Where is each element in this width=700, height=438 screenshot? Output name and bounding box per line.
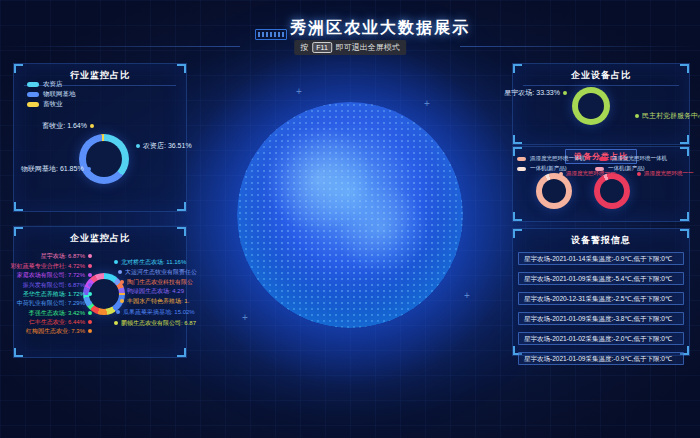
label-text: 鸭绿园生态农场: 4.29 bbox=[127, 288, 184, 294]
legend-swatch bbox=[599, 157, 608, 161]
label-text: 彩虹蔬菜专业合作社: 4.72% bbox=[11, 263, 85, 269]
alarm-row: 星宇农场-2021-01-09采集温度:-5.4℃,低于下限:0℃ bbox=[518, 272, 684, 285]
industry-donut-chart[interactable] bbox=[79, 134, 129, 184]
donut-hole bbox=[578, 93, 604, 119]
sparkle-decoration: + bbox=[296, 86, 302, 97]
legend-item[interactable]: 畜牧业 bbox=[27, 101, 63, 108]
chart-label: 红梅园生态农业: 7.3% bbox=[26, 328, 92, 334]
chart-label: 温湿度光照环境一一 bbox=[559, 171, 616, 177]
sparkle-decoration: + bbox=[464, 290, 470, 301]
donut-hole bbox=[542, 179, 566, 203]
label-text: 家庭农场有限公司: 7.72% bbox=[17, 272, 85, 278]
panel-enterprise-monitor: 企业监控占比 星宇农场: 6.87% 彩虹蔬菜专业合作社: 4.72% 家庭农场… bbox=[13, 226, 187, 358]
label-dot bbox=[116, 310, 120, 314]
legend-swatch bbox=[517, 157, 526, 161]
chart-label: 彩虹蔬菜专业合作社: 4.72% bbox=[11, 263, 92, 269]
legend-swatch bbox=[27, 82, 39, 87]
alarm-list: 星宇农场-2021-01-14采集温度:-0.9℃,低于下限:0℃ 星宇农场-2… bbox=[513, 252, 689, 372]
label-text: 星宇农场: 33.33% bbox=[504, 89, 560, 96]
label-text: 北对桥生态农场: 11.16% bbox=[121, 259, 186, 265]
legend-swatch bbox=[517, 167, 526, 171]
toast-suffix: 即可退出全屏模式 bbox=[336, 42, 400, 53]
label-dot bbox=[88, 292, 92, 296]
alarm-row: 星宇农场-2021-01-02采集温度:-2.0℃,低于下限:0℃ bbox=[518, 332, 684, 345]
sparkle-decoration: + bbox=[424, 98, 430, 109]
classification-donut-right[interactable] bbox=[594, 173, 630, 209]
panel-industry-monitor: 行业监控占比 农资店 物联网基地 畜牧业 畜牧业: 1.64% 农资店: 36.… bbox=[13, 63, 187, 212]
page-title: 秀洲区农业大数据展示 bbox=[290, 18, 470, 39]
panel-device-alarms: 设备警报信息 星宇农场-2021-01-14采集温度:-0.9℃,低于下限:0℃… bbox=[512, 228, 690, 356]
chart-label: 中荷乳业有限公司: 7.29% bbox=[17, 300, 92, 306]
label-text: 瓜果蔬菜采摘基地: 15.02% bbox=[123, 309, 195, 315]
label-text: 仁丰生态农业: 6.44% bbox=[29, 319, 85, 325]
panel-device-classification: 设备分类占比 温湿度光照环境一体机 一体机(新产品) 温湿度光照环境一体机 一体… bbox=[512, 146, 690, 222]
globe bbox=[237, 102, 463, 328]
chart-label: 大运河生态牧业有限责任公 bbox=[118, 269, 197, 275]
chart-label: 陶门生态农业科技有限公 bbox=[120, 279, 193, 285]
label-dot bbox=[88, 264, 92, 268]
alarm-row: 星宇农场-2021-01-14采集温度:-0.9℃,低于下限:0℃ bbox=[518, 252, 684, 265]
alarm-row: 星宇农场-2021-01-09采集温度:-0.9℃,低于下限:0℃ bbox=[518, 352, 684, 365]
panel-title: 行业监控占比 bbox=[14, 64, 186, 82]
equipment-donut-chart[interactable] bbox=[572, 87, 610, 125]
donut-hole bbox=[86, 141, 122, 177]
fullscreen-toast: 按 F11 即可退出全屏模式 bbox=[294, 40, 406, 55]
label-dot bbox=[120, 280, 124, 284]
brand-logo bbox=[255, 29, 287, 40]
chart-label: 鹏顿生态农业有限公司: 6.87 bbox=[114, 320, 196, 326]
legend-item[interactable]: 温湿度光照环境一体机 bbox=[517, 156, 585, 162]
chart-label: 仁丰生态农业: 6.44% bbox=[29, 319, 92, 325]
legend-label: 畜牧业 bbox=[43, 101, 63, 108]
label-dot bbox=[88, 273, 92, 277]
label-dot bbox=[563, 91, 567, 95]
legend-label: 农资店 bbox=[43, 81, 63, 88]
legend-item[interactable]: 农资店 bbox=[27, 81, 63, 88]
header-line-left bbox=[0, 46, 240, 47]
label-text: 红梅园生态农业: 7.3% bbox=[26, 328, 85, 334]
legend-label: 温湿度光照环境一体机 bbox=[530, 156, 585, 162]
label-dot bbox=[120, 289, 124, 293]
label-dot bbox=[88, 283, 92, 287]
label-text: 民主村党群服务中心: bbox=[642, 112, 700, 119]
brand-logo-glyphs bbox=[258, 32, 284, 37]
chart-label: 星宇农场: 6.87% bbox=[41, 253, 92, 259]
label-text: 中荷乳业有限公司: 7.29% bbox=[17, 300, 85, 306]
label-dot bbox=[120, 299, 124, 303]
label-dot bbox=[114, 321, 118, 325]
label-dot bbox=[87, 167, 91, 171]
legend-item[interactable]: 物联网基地 bbox=[27, 91, 76, 98]
label-text: 星宇农场: 6.87% bbox=[41, 253, 85, 259]
label-text: 农资店: 36.51% bbox=[143, 142, 192, 149]
legend-item[interactable]: 温湿度光照环境一体机 bbox=[599, 156, 667, 162]
label-dot bbox=[118, 270, 122, 274]
label-text: 丰园水产特色养殖场: 1. bbox=[127, 298, 189, 304]
label-dot bbox=[136, 144, 140, 148]
donut-hole bbox=[89, 279, 119, 309]
chart-label: 北对桥生态农场: 11.16% bbox=[114, 259, 186, 265]
donut-hole bbox=[600, 179, 624, 203]
label-dot bbox=[90, 124, 94, 128]
label-text: 畜牧业: 1.64% bbox=[42, 122, 87, 129]
label-dot bbox=[114, 260, 118, 264]
panel-equipment-ratio: 企业设备占比 星宇农场: 33.33% 民主村党群服务中心: bbox=[512, 63, 690, 145]
chart-label: 物联网基地: 61.85% bbox=[21, 165, 91, 172]
label-dot bbox=[88, 301, 92, 305]
label-dot bbox=[88, 254, 92, 258]
alarm-row: 星宇农场-2020-12-31采集温度:-2.5℃,低于下限:0℃ bbox=[518, 292, 684, 305]
classification-donut-left[interactable] bbox=[536, 173, 572, 209]
panel-title: 企业设备占比 bbox=[513, 64, 689, 82]
label-dot bbox=[637, 172, 641, 176]
chart-label: 瓜果蔬菜采摘基地: 15.02% bbox=[116, 309, 195, 315]
sparkle-decoration: + bbox=[242, 312, 248, 323]
chart-label: 丰园水产特色养殖场: 1. bbox=[120, 298, 189, 304]
legend-swatch bbox=[27, 92, 39, 97]
chart-label: 振兴发有限公司: 6.87% bbox=[23, 282, 92, 288]
chart-label: 温湿度光照环境一一 bbox=[637, 171, 694, 177]
chart-label: 李强生态农场: 3.42% bbox=[29, 310, 92, 316]
label-dot bbox=[88, 311, 92, 315]
f11-key-badge: F11 bbox=[312, 42, 332, 53]
chart-label: 星宇农场: 33.33% bbox=[504, 89, 567, 96]
chart-label: 农资店: 36.51% bbox=[136, 142, 192, 149]
title-divider bbox=[523, 85, 679, 86]
chart-label: 鸭绿园生态农场: 4.29 bbox=[120, 288, 184, 294]
